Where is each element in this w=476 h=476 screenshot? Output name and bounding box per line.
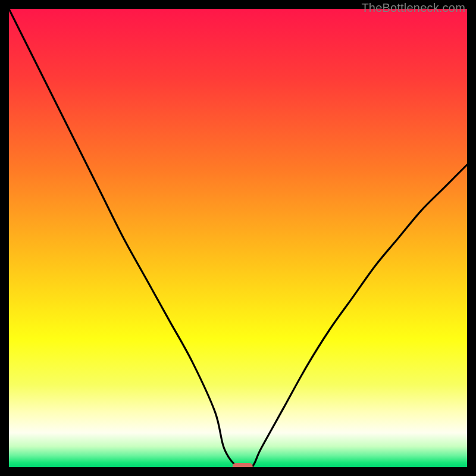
chart-stage: TheBottleneck.com [0,0,476,476]
plot-area [9,9,467,467]
optimum-marker [233,463,253,467]
bottleneck-curve [9,9,467,467]
watermark-text: TheBottleneck.com [361,1,465,15]
